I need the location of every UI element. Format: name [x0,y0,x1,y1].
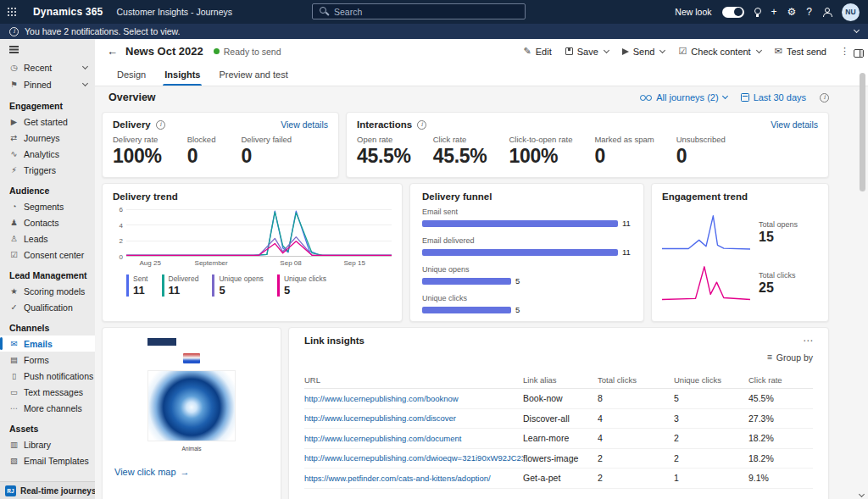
info-icon[interactable] [820,93,829,103]
link-insights-card: Link insights Group by URLLink aliasTota… [288,327,829,499]
chevron-down-icon [82,64,88,69]
tab-insights[interactable]: Insights [156,64,209,86]
charts-row: Delivery trend 6420 Aug 25SeptemberSep 0… [102,183,829,322]
date-range-filter[interactable]: Last 30 days [741,92,806,103]
sidebar-item-more-channels[interactable]: ⋯More channels [0,400,95,416]
more-horizontal-icon[interactable] [803,335,813,346]
app-title[interactable]: Dynamics 365 [33,6,103,18]
sidebar-item-library[interactable]: ▥Library [0,436,95,452]
link-url[interactable]: https://www.petfinder.com/cats-and-kitte… [304,474,523,483]
metric-delivery-failed: Delivery failed0 [241,135,292,168]
sidebar-item-text-messages[interactable]: ▭Text messages [0,384,95,400]
sidebar-item-triggers[interactable]: ⚡Triggers [0,162,95,178]
scrollbar-thumb[interactable] [860,73,865,191]
plus-icon[interactable] [771,7,777,17]
sidebar-item-leads[interactable]: ♙Leads [0,230,95,247]
cell-unique-clicks: 2 [674,453,748,463]
cell-link-alias: Book-now [523,393,598,403]
link-url[interactable]: http://www.lucernepublishing.com/booknow [304,394,523,403]
side-pane-button[interactable] [854,46,864,61]
group-by-button[interactable]: Group by [767,352,813,363]
sidebar-item-segments[interactable]: ◔Segments [0,198,95,214]
engagement-label: Total opens [759,220,798,229]
funnel-bar-row: 5 [422,305,632,314]
help-icon[interactable] [806,7,812,17]
sidebar-collapsibles: ◷Recent⚑Pinned [0,59,95,93]
sidebar-item-journeys[interactable]: ⇄Journeys [0,130,95,146]
more-commands-button[interactable] [833,42,856,62]
edit-button[interactable]: Edit [517,42,559,62]
command-actions: Edit Save Send Check content [517,42,856,62]
legend-value: 11 [169,284,199,297]
info-icon[interactable] [156,120,165,130]
funnel-bar[interactable] [422,307,511,313]
menu-button[interactable] [0,41,95,59]
trend-legend: Sent11Delivered11Unique opens5Unique cli… [126,274,392,297]
sidebar-item-consent-center[interactable]: ☑Consent center [0,247,95,263]
metric-unsubscribed: Unsubscribed0 [676,135,726,168]
metric-click-to-open-rate: Click-to-open rate100% [509,135,572,168]
sidebar-item-emails[interactable]: ✉Emails [0,335,95,352]
x-tick-label: Sep 08 [280,259,301,267]
search-box[interactable]: Search [312,3,526,19]
tab-preview-and-test[interactable]: Preview and test [210,64,296,86]
person-icon[interactable] [822,8,832,17]
arrow-right-icon [181,468,190,477]
tab-design[interactable]: Design [108,64,154,86]
sidebar-item-scoring-models[interactable]: ★Scoring models [0,283,95,299]
lightbulb-icon[interactable] [754,8,761,14]
funnel-bar[interactable] [422,220,618,227]
sidebar-pinned[interactable]: ⚑Pinned [0,76,95,93]
sidebar-item-analytics[interactable]: ∿Analytics [0,146,95,162]
journeys-filter[interactable]: All journeys (2) [640,92,726,103]
date-range-label: Last 30 days [754,92,806,103]
funnel-bar[interactable] [422,278,511,285]
view-click-map-link[interactable]: View click map [114,467,190,477]
cell-unique-clicks: 2 [674,433,748,443]
area-title[interactable]: Customer Insights - Journeys [116,7,232,17]
insights-content: Overview All journeys (2) Last 30 days [95,86,868,499]
user-avatar[interactable]: NU [842,3,860,21]
email-main-image [147,370,236,441]
email-preview-thumbnail[interactable]: Animals [144,338,239,452]
test-send-button[interactable]: Test send [768,42,833,62]
link-url[interactable]: http://www.lucernepublishing.com/discove… [304,413,523,423]
cell-link-alias: Discover-all [523,413,598,424]
command-bar: News Oct 2022 Ready to send Edit Save [95,39,868,64]
funnel-value: 5 [515,305,520,314]
card-title: Engagement trend [662,191,748,202]
sidebar-item-get-started[interactable]: ▶Get started [0,114,95,130]
top-bar: Dynamics 365 Customer Insights - Journey… [0,0,868,24]
vertical-scrollbar[interactable] [860,64,865,487]
cell-click-rate: 18.2% [748,453,813,463]
funnel-item-label: Unique clicks [422,294,632,302]
sidebar-item-qualification[interactable]: ✓Qualification [0,299,95,315]
back-icon[interactable] [107,46,118,57]
sidebar-item-contacts[interactable]: ♟Contacts [0,214,95,230]
funnel-bar[interactable] [422,249,618,256]
area-switcher[interactable]: RJ Real-time journeys [0,481,95,499]
notification-bar[interactable]: You have 2 notifications. Select to view… [0,24,868,39]
info-icon[interactable] [417,120,426,130]
save-button[interactable]: Save [559,42,615,62]
chevron-down-icon[interactable] [854,27,860,33]
sidebar-item-email-templates[interactable]: ▧Email Templates [0,452,95,469]
view-details-link[interactable]: View details [281,119,328,130]
check-content-button[interactable]: Check content [671,42,767,62]
sidebar-item-push-notifications[interactable]: ▯Push notifications [0,368,95,384]
link-url[interactable]: http://www.lucernepublishing.com/documen… [304,434,523,443]
app-launcher-button[interactable] [8,8,30,16]
search-placeholder: Search [334,7,362,17]
legend-value: 5 [219,284,263,297]
scoring-icon: ★ [9,287,19,296]
sidebar-recent[interactable]: ◷Recent [0,59,95,76]
send-button[interactable]: Send [615,42,672,62]
link-url[interactable]: http://www.lucernepublishing.com/dwioeqw… [304,453,523,463]
sidebar-item-forms[interactable]: ▤Forms [0,352,95,368]
gear-icon[interactable] [787,7,797,17]
metric-blocked: Blocked0 [187,135,216,168]
interactions-card: Interactions View details Open rate45.5%… [346,112,829,178]
new-look-toggle[interactable] [722,7,744,18]
cell-unique-clicks: 1 [674,473,748,483]
view-details-link[interactable]: View details [771,119,818,130]
